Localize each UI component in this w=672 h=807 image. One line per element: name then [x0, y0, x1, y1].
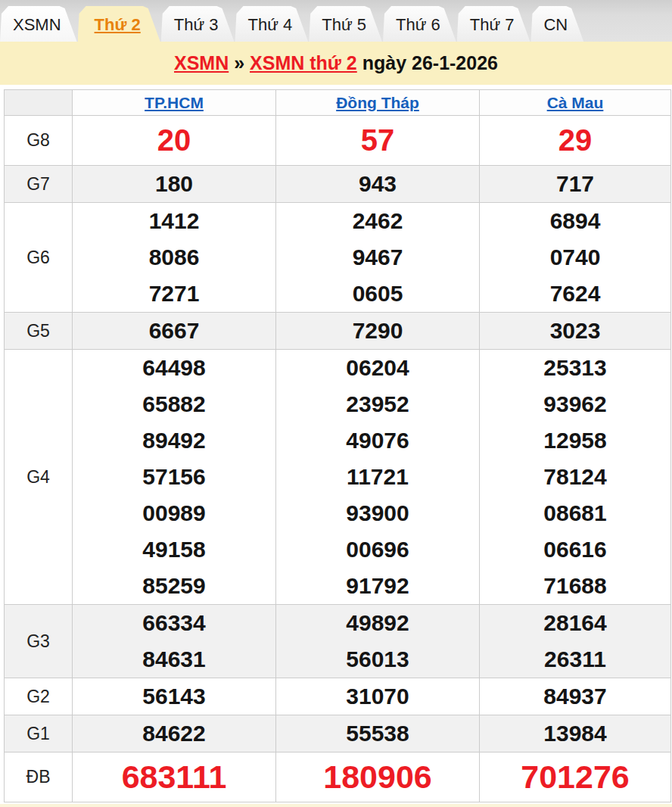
breadcrumb-separator: »	[229, 52, 250, 74]
prize-cell-g8-col2: 29	[480, 116, 671, 166]
prize-value: 6667	[73, 313, 275, 349]
prize-label-g5: G5	[5, 313, 73, 350]
prize-row-g8: G8205729	[5, 116, 671, 166]
lottery-results-table: TP.HCMĐồng ThápCà Mau G8205729G718094371…	[4, 89, 671, 802]
prize-value: 6894	[480, 203, 670, 239]
prize-value: 0605	[276, 276, 479, 312]
prize-label-g1: G1	[5, 715, 73, 752]
prize-cell-g5-col2: 3023	[480, 313, 671, 350]
prize-value: 28164	[480, 605, 670, 641]
prize-value: 943	[276, 166, 479, 202]
prize-row-g5: G5666772903023	[5, 313, 671, 350]
prize-cell-db-col1: 180906	[276, 752, 480, 802]
prize-value: 13984	[480, 715, 670, 752]
tab-cn[interactable]: CN	[530, 6, 583, 42]
prize-cell-g3-col2: 2816426311	[480, 605, 671, 678]
prize-value: 55538	[276, 715, 479, 752]
prize-cell-g7-col1: 943	[276, 166, 480, 203]
prize-value: 49158	[73, 531, 275, 568]
prize-value: 66334	[73, 605, 275, 641]
breadcrumb-home-link[interactable]: XSMN	[174, 52, 229, 74]
prize-value: 7290	[276, 313, 479, 349]
prize-row-g2: G2561433107084937	[5, 678, 671, 715]
prize-row-g7: G7180943717	[5, 166, 671, 203]
breadcrumb: XSMN » XSMN thứ 2 ngày 26-1-2026	[0, 42, 672, 85]
province-link[interactable]: TP.HCM	[145, 94, 204, 111]
prize-cell-g3-col0: 6633484631	[73, 605, 276, 678]
prize-value: 0740	[480, 239, 670, 276]
prize-value: 57156	[73, 459, 275, 495]
column-header-1: Đồng Tháp	[276, 90, 480, 116]
tab-label: CN	[543, 15, 568, 34]
prize-value: 93962	[480, 386, 670, 422]
tab-thu-5[interactable]: Thứ 5	[309, 6, 382, 42]
prize-cell-g4-col0: 64498658828949257156009894915885259	[73, 350, 276, 605]
prize-cell-g6-col2: 689407407624	[480, 203, 671, 313]
prize-value: 06204	[276, 350, 479, 386]
tab-label: Thứ 6	[396, 15, 440, 34]
prize-cell-db-col2: 701276	[480, 752, 671, 802]
prize-value: 25313	[480, 350, 670, 386]
prize-value: 71688	[480, 568, 670, 604]
prize-value: 29	[480, 116, 670, 165]
tab-label: Thứ 4	[247, 15, 292, 34]
breadcrumb-page-link[interactable]: XSMN thứ 2	[250, 52, 357, 74]
prize-row-g1: G1846225553813984	[5, 715, 671, 752]
prize-cell-g2-col0: 56143	[73, 678, 276, 715]
prize-value: 89492	[73, 422, 275, 459]
tab-label: Thứ 3	[174, 15, 219, 34]
prize-cell-db-col0: 683111	[73, 752, 276, 802]
prize-value: 31070	[276, 678, 479, 715]
tab-thu-7[interactable]: Thứ 7	[457, 6, 530, 42]
prize-value: 8086	[73, 239, 275, 276]
prize-value: 84937	[480, 678, 670, 715]
tab-label: XSMN	[13, 15, 61, 34]
prize-label-g8: G8	[5, 116, 73, 166]
tab-xsmn[interactable]: XSMN	[0, 6, 77, 42]
prize-value: 7624	[480, 276, 670, 312]
tab-thu-6[interactable]: Thứ 6	[383, 6, 456, 42]
tab-thu-4[interactable]: Thứ 4	[235, 6, 308, 42]
column-header-0: TP.HCM	[73, 90, 276, 116]
corner-cell	[5, 90, 73, 116]
prize-value: 08681	[480, 495, 670, 531]
prize-value: 64498	[73, 350, 275, 386]
province-link[interactable]: Đồng Tháp	[336, 94, 419, 111]
prize-cell-g2-col2: 84937	[480, 678, 671, 715]
prize-row-db: ĐB683111180906701276	[5, 752, 671, 802]
tab-thu-3[interactable]: Thứ 3	[161, 6, 235, 42]
prize-value: 7271	[73, 276, 275, 312]
prize-label-g3: G3	[5, 605, 73, 678]
prize-value: 11721	[276, 459, 479, 495]
prize-value: 717	[480, 166, 670, 202]
prize-value: 84631	[73, 641, 275, 678]
prize-label-g4: G4	[5, 350, 73, 605]
prize-value: 06616	[480, 531, 670, 568]
prize-value: 2462	[276, 203, 479, 239]
prize-value: 57	[276, 116, 479, 165]
table-header-row: TP.HCMĐồng ThápCà Mau	[5, 90, 671, 116]
prize-value: 91792	[276, 568, 479, 604]
prize-cell-g5-col1: 7290	[276, 313, 480, 350]
prize-row-g6: G6141280867271246294670605689407407624	[5, 203, 671, 313]
tab-label: Thứ 7	[470, 15, 515, 34]
prize-cell-g6-col0: 141280867271	[73, 203, 276, 313]
tab-bar: XSMNThứ 2Thứ 3Thứ 4Thứ 5Thứ 6Thứ 7CN	[0, 0, 672, 42]
prize-cell-g4-col2: 25313939621295878124086810661671688	[480, 350, 671, 605]
tab-label: Thứ 2	[95, 15, 141, 34]
prize-value: 20	[73, 116, 275, 165]
prize-cell-g4-col1: 06204239524907611721939000069691792	[276, 350, 480, 605]
table-body: G8205729G7180943717G61412808672712462946…	[5, 116, 671, 802]
breadcrumb-date: ngày 26-1-2026	[357, 52, 498, 74]
next-section-cutoff	[0, 802, 672, 807]
prize-value: 65882	[73, 386, 275, 422]
prize-value: 180906	[276, 752, 479, 802]
prize-value: 1412	[73, 203, 275, 239]
prize-cell-g7-col0: 180	[73, 166, 276, 203]
province-link[interactable]: Cà Mau	[547, 94, 604, 111]
tab-thu-2[interactable]: Thứ 2	[78, 6, 160, 42]
prize-cell-g3-col1: 4989256013	[276, 605, 480, 678]
prize-cell-g1-col1: 55538	[276, 715, 480, 752]
prize-value: 683111	[73, 752, 275, 802]
prize-cell-g6-col1: 246294670605	[276, 203, 480, 313]
